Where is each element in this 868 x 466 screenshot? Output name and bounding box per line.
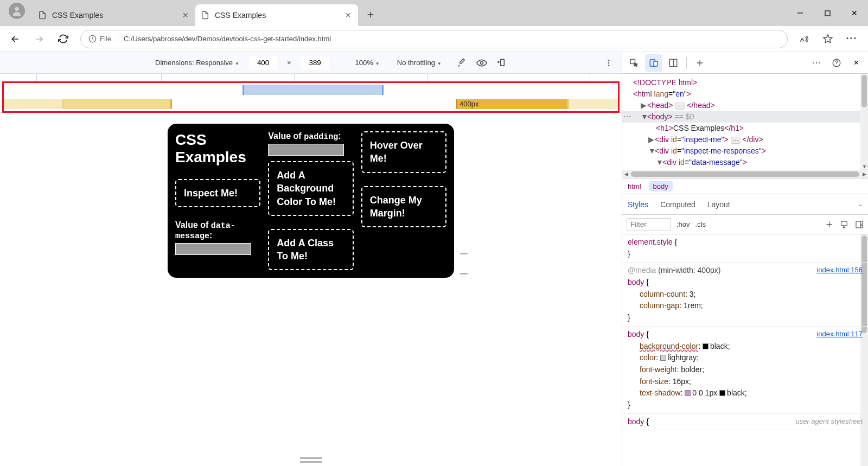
- data-message-input[interactable]: [175, 243, 251, 255]
- box-bg-color[interactable]: Add A Background Color To Me!: [268, 161, 353, 216]
- read-aloud-icon[interactable]: [794, 29, 814, 49]
- tab-title: CSS Examples: [215, 11, 266, 20]
- box-add-class[interactable]: Add A Class To Me!: [268, 229, 353, 271]
- crumb-body[interactable]: body: [649, 181, 673, 191]
- close-tab-icon[interactable]: ✕: [344, 11, 353, 20]
- rule-body-ua[interactable]: user agent stylesheet body {: [622, 414, 868, 431]
- svg-rect-5: [500, 59, 504, 66]
- svg-rect-16: [856, 221, 863, 228]
- viewport-ruler-ticks: [4, 74, 618, 81]
- mq-breakpoint-label: 400px: [459, 99, 478, 109]
- dom-horizontal-scrollbar[interactable]: ◀▶: [622, 170, 868, 178]
- devtools-panel: ··· ✕ ▲▼ <!DOCTYPE html> <html lang="en"…: [622, 52, 868, 466]
- favorites-icon[interactable]: [818, 29, 838, 49]
- svg-rect-12: [669, 59, 677, 67]
- window-titlebar: CSS Examples ✕ CSS Examples ✕ ✕: [0, 0, 868, 26]
- device-toolbar: Dimensions: Responsive × 100% No throttl…: [0, 52, 622, 74]
- eyedropper-icon[interactable]: [457, 58, 467, 68]
- rotate-icon[interactable]: [497, 58, 508, 68]
- content-pane: Dimensions: Responsive × 100% No throttl…: [0, 52, 622, 466]
- svg-rect-11: [654, 61, 658, 66]
- svg-point-6: [608, 60, 610, 61]
- viewport-height-input[interactable]: [301, 56, 329, 70]
- rule-element-style[interactable]: element.style { }: [622, 234, 868, 263]
- hov-toggle[interactable]: :hov: [676, 220, 690, 228]
- panel-layout-icon[interactable]: [665, 54, 682, 72]
- omnibox[interactable]: File C:/Users/pabrosse/dev/Demos/devtool…: [80, 30, 788, 48]
- tab-computed[interactable]: Computed: [660, 200, 695, 209]
- forward-button[interactable]: [28, 28, 50, 50]
- svg-point-8: [608, 65, 610, 66]
- crumb-html[interactable]: html: [628, 182, 641, 190]
- styles-toolbar: :hov .cls: [622, 215, 868, 234]
- browser-tab-1[interactable]: CSS Examples ✕: [33, 4, 195, 26]
- device-viewport-wrap: CSS Examples Inspect Me! Value of data-m…: [0, 117, 622, 466]
- styles-subtabs: Styles Computed Layout ⌄: [622, 194, 868, 215]
- device-toolbar-menu-icon[interactable]: [604, 59, 613, 67]
- zoom-dropdown[interactable]: 100%: [355, 59, 380, 67]
- minimize-button[interactable]: [787, 0, 814, 26]
- back-button[interactable]: [4, 28, 26, 50]
- settings-menu-icon[interactable]: ···: [842, 29, 861, 49]
- rendered-page: CSS Examples Inspect Me! Value of data-m…: [168, 124, 454, 278]
- close-window-button[interactable]: ✕: [841, 0, 868, 26]
- svg-rect-15: [841, 221, 847, 226]
- devtools-close-icon[interactable]: ✕: [847, 54, 865, 72]
- svg-rect-2: [825, 11, 830, 16]
- box-margin[interactable]: Change My Margin!: [361, 186, 446, 228]
- add-panel-icon[interactable]: [691, 54, 709, 72]
- tab-layout[interactable]: Layout: [707, 200, 730, 209]
- rule-source-link[interactable]: index.html:117: [816, 329, 863, 340]
- dimensions-dropdown[interactable]: Dimensions: Responsive: [155, 59, 239, 67]
- dimensions-times: ×: [287, 59, 291, 67]
- inspect-element-icon[interactable]: [626, 54, 643, 72]
- styles-rules[interactable]: element.style { } index.html:156 @media …: [622, 234, 868, 466]
- url-text: C:/Users/pabrosse/dev/Demos/devtools-css…: [124, 35, 331, 43]
- device-toggle-icon[interactable]: [645, 54, 662, 72]
- new-tab-button[interactable]: [361, 5, 380, 24]
- viewport-resize-handle-right[interactable]: [460, 253, 468, 275]
- svg-point-0: [15, 7, 18, 11]
- cls-toggle[interactable]: .cls: [695, 220, 706, 228]
- tab-styles[interactable]: Styles: [628, 200, 648, 209]
- new-style-rule-icon[interactable]: [825, 220, 833, 228]
- tab-strip: CSS Examples ✕ CSS Examples ✕: [33, 0, 383, 26]
- maximize-button[interactable]: [814, 0, 841, 26]
- mq-row-maxwidth[interactable]: [4, 83, 618, 97]
- rule-body-base[interactable]: index.html:117 body { background-color: …: [622, 327, 868, 414]
- elements-dom-tree[interactable]: ▲▼ <!DOCTYPE html> <html lang="en"> ▶<he…: [622, 74, 868, 170]
- devtools-tabbar: ··· ✕: [622, 52, 868, 74]
- viewport-resize-handle-bottom[interactable]: [300, 457, 322, 463]
- rule-source-ua: user agent stylesheet: [795, 416, 863, 427]
- styles-overflow-icon[interactable]: ⌄: [858, 201, 863, 207]
- visibility-icon[interactable]: [476, 58, 487, 68]
- address-bar: File C:/Users/pabrosse/dev/Demos/devtool…: [0, 26, 868, 52]
- viewport-width-input[interactable]: [249, 56, 277, 70]
- svg-point-7: [608, 62, 610, 63]
- computed-sidebar-icon[interactable]: [855, 220, 864, 229]
- refresh-button[interactable]: [52, 28, 74, 50]
- styles-filter-input[interactable]: [627, 218, 671, 231]
- devtools-more-icon[interactable]: ···: [808, 54, 826, 72]
- rule-body-media[interactable]: index.html:156 @media (min-width: 400px)…: [622, 263, 868, 326]
- browser-tab-2[interactable]: CSS Examples ✕: [195, 4, 358, 26]
- svg-point-4: [480, 61, 483, 64]
- devtools-help-icon[interactable]: [828, 54, 845, 72]
- dom-vertical-scrollbar[interactable]: ▲▼: [860, 74, 868, 170]
- padding-input[interactable]: [268, 144, 344, 156]
- window-controls: ✕: [787, 0, 868, 26]
- tab-title: CSS Examples: [52, 11, 103, 20]
- profile-icon[interactable]: [9, 3, 25, 19]
- page-title: CSS Examples: [175, 131, 260, 166]
- rule-source-link[interactable]: index.html:156: [816, 265, 863, 276]
- mq-row-minwidth[interactable]: 400px: [4, 97, 618, 111]
- box-hover[interactable]: Hover Over Me!: [361, 131, 446, 173]
- media-query-ruler: 400px: [2, 81, 620, 113]
- url-scheme-pill: File: [88, 35, 118, 43]
- box-inspect-me[interactable]: Inspect Me!: [175, 179, 260, 207]
- flexbox-editor-icon[interactable]: [840, 220, 848, 229]
- throttling-dropdown[interactable]: No throttling: [397, 59, 442, 67]
- close-tab-icon[interactable]: ✕: [181, 11, 190, 20]
- dom-breadcrumbs[interactable]: html body: [622, 178, 868, 194]
